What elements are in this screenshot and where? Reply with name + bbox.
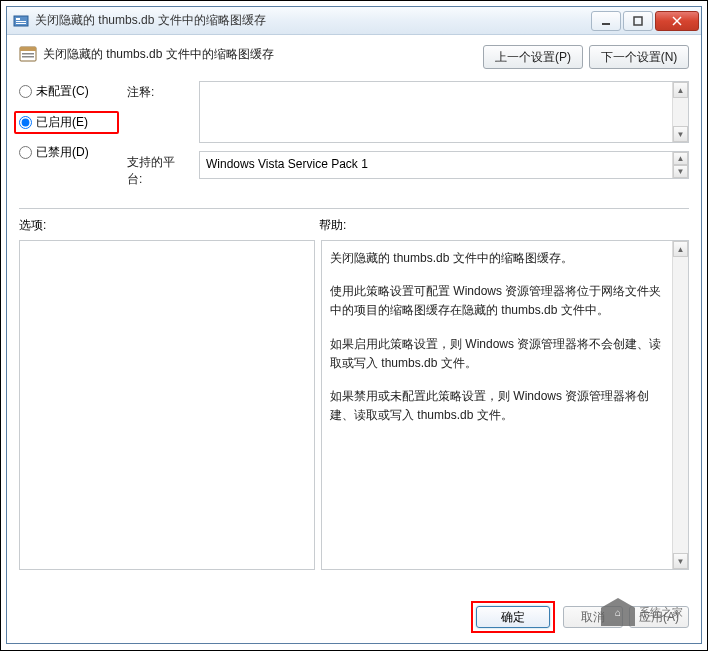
policy-icon xyxy=(19,45,37,63)
radio-not-configured-label: 未配置(C) xyxy=(36,83,89,100)
help-paragraph: 如果启用此策略设置，则 Windows 资源管理器将不会创建、读取或写入 thu… xyxy=(330,335,668,373)
scroll-down-icon[interactable]: ▼ xyxy=(673,165,688,178)
supported-platform-box: Windows Vista Service Pack 1 ▲ ▼ xyxy=(199,151,689,179)
platform-value: Windows Vista Service Pack 1 xyxy=(206,157,368,171)
close-button[interactable] xyxy=(655,11,699,31)
svg-rect-3 xyxy=(16,23,26,24)
scroll-up-icon[interactable]: ▲ xyxy=(673,241,688,257)
next-setting-button[interactable]: 下一个设置(N) xyxy=(589,45,689,69)
apply-button[interactable]: 应用(A) xyxy=(629,606,689,628)
scroll-up-icon[interactable]: ▲ xyxy=(673,82,688,98)
app-icon xyxy=(13,13,29,29)
previous-setting-button[interactable]: 上一个设置(P) xyxy=(483,45,583,69)
svg-rect-1 xyxy=(16,18,20,20)
svg-rect-10 xyxy=(22,53,34,55)
radio-enabled-label: 已启用(E) xyxy=(36,114,88,131)
cancel-button[interactable]: 取消 xyxy=(563,606,623,628)
radio-enabled[interactable]: 已启用(E) xyxy=(14,111,119,134)
titlebar: 关闭隐藏的 thumbs.db 文件中的缩略图缓存 xyxy=(7,7,701,35)
svg-rect-2 xyxy=(16,21,26,22)
maximize-button[interactable] xyxy=(623,11,653,31)
policy-title: 关闭隐藏的 thumbs.db 文件中的缩略图缓存 xyxy=(43,46,274,63)
options-label: 选项: xyxy=(19,217,319,234)
comment-textarea[interactable]: ▲ ▼ xyxy=(199,81,689,143)
ok-button[interactable]: 确定 xyxy=(476,606,550,628)
dialog-window: 关闭隐藏的 thumbs.db 文件中的缩略图缓存 关 xyxy=(6,6,702,644)
minimize-button[interactable] xyxy=(591,11,621,31)
scroll-track[interactable] xyxy=(673,98,688,126)
platform-label: 支持的平台: xyxy=(127,151,189,188)
scrollbar[interactable]: ▲ ▼ xyxy=(672,241,688,569)
scroll-track[interactable] xyxy=(673,257,688,553)
svg-rect-11 xyxy=(22,56,34,58)
help-panel: 关闭隐藏的 thumbs.db 文件中的缩略图缓存。 使用此策略设置可配置 Wi… xyxy=(321,240,689,570)
radio-disabled[interactable]: 已禁用(D) xyxy=(19,144,119,161)
svg-rect-4 xyxy=(602,23,610,25)
scroll-down-icon[interactable]: ▼ xyxy=(673,553,688,569)
radio-enabled-input[interactable] xyxy=(19,116,32,129)
radio-disabled-label: 已禁用(D) xyxy=(36,144,89,161)
titlebar-title: 关闭隐藏的 thumbs.db 文件中的缩略图缓存 xyxy=(35,12,591,29)
scrollbar[interactable]: ▲ ▼ xyxy=(672,82,688,142)
comment-label: 注释: xyxy=(127,81,189,101)
scroll-down-icon[interactable]: ▼ xyxy=(673,126,688,142)
help-paragraph: 关闭隐藏的 thumbs.db 文件中的缩略图缓存。 xyxy=(330,249,668,268)
svg-rect-9 xyxy=(20,47,36,51)
help-label: 帮助: xyxy=(319,217,689,234)
divider xyxy=(19,208,689,209)
help-paragraph: 使用此策略设置可配置 Windows 资源管理器将位于网络文件夹中的项目的缩略图… xyxy=(330,282,668,320)
radio-disabled-input[interactable] xyxy=(19,146,32,159)
svg-rect-5 xyxy=(634,17,642,25)
radio-not-configured[interactable]: 未配置(C) xyxy=(19,83,119,100)
radio-not-configured-input[interactable] xyxy=(19,85,32,98)
options-panel xyxy=(19,240,315,570)
scrollbar[interactable]: ▲ ▼ xyxy=(672,152,688,178)
scroll-up-icon[interactable]: ▲ xyxy=(673,152,688,165)
help-paragraph: 如果禁用或未配置此策略设置，则 Windows 资源管理器将创建、读取或写入 t… xyxy=(330,387,668,425)
